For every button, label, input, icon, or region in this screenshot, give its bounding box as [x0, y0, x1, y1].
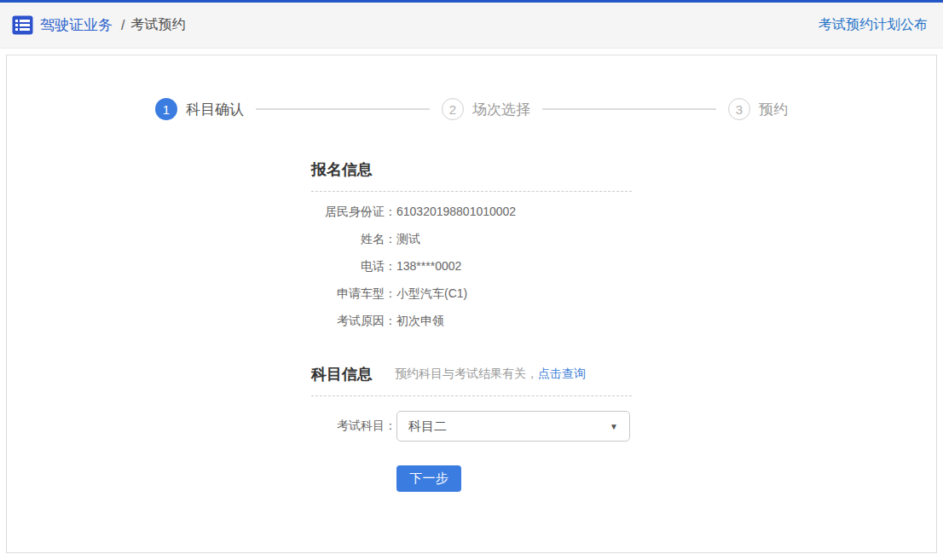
breadcrumb-section-link[interactable]: 驾驶证业务 [40, 15, 113, 35]
breadcrumb-separator: / [121, 18, 124, 33]
step-1-label: 科目确认 [186, 100, 244, 119]
step-2-session-select: 2 场次选择 [442, 98, 530, 120]
registration-fields: 居民身份证： 610320198801010002 姓名： 测试 电话： 138… [311, 205, 632, 328]
field-row-name: 姓名： 测试 [311, 232, 632, 246]
field-label: 姓名： [311, 232, 396, 246]
field-value: 初次申领 [396, 314, 444, 328]
stepper: 1 科目确认 2 场次选择 3 预约 [155, 98, 788, 120]
subject-title: 科目信息 [311, 364, 373, 384]
exam-subject-selected-value: 科目二 [408, 419, 447, 435]
main-panel: 1 科目确认 2 场次选择 3 预约 报名信息 居民身份证： 610320198… [6, 55, 937, 553]
step-1-subject-confirm: 1 科目确认 [155, 98, 244, 120]
next-step-button[interactable]: 下一步 [396, 465, 461, 492]
exam-plan-link[interactable]: 考试预约计划公布 [819, 16, 928, 34]
field-label: 居民身份证： [311, 205, 396, 219]
field-value: 小型汽车(C1) [396, 286, 467, 301]
field-value: 测试 [396, 232, 420, 246]
exam-subject-label: 考试科目： [311, 419, 396, 434]
field-row-exam-reason: 考试原因： 初次申领 [311, 314, 632, 328]
step-2-label: 场次选择 [472, 100, 530, 119]
step-2-circle: 2 [442, 98, 464, 120]
field-row-id-number: 居民身份证： 610320198801010002 [311, 205, 632, 219]
step-3-reserve: 3 预约 [728, 98, 788, 120]
subject-section-header: 科目信息 预约科目与考试结果有关， 点击查询 [311, 364, 632, 396]
field-value: 138****0002 [396, 259, 461, 274]
subject-section: 科目信息 预约科目与考试结果有关， 点击查询 考试科目： 科目二 ▼ 下一步 [311, 364, 632, 492]
step-connector [542, 108, 716, 110]
exam-subject-row: 考试科目： 科目二 ▼ [311, 411, 632, 442]
exam-subject-select[interactable]: 科目二 ▼ [396, 411, 630, 442]
step-3-circle: 3 [728, 98, 750, 120]
field-row-vehicle-type: 申请车型： 小型汽车(C1) [311, 286, 632, 301]
breadcrumb: 驾驶证业务 / 考试预约 [12, 14, 185, 36]
list-icon [12, 14, 33, 36]
field-label: 考试原因： [311, 314, 396, 328]
registration-section: 报名信息 居民身份证： 610320198801010002 姓名： 测试 电话… [311, 159, 632, 328]
subject-note: 预约科目与考试结果有关， [395, 367, 538, 382]
header: 驾驶证业务 / 考试预约 考试预约计划公布 [0, 0, 943, 49]
field-label: 申请车型： [311, 286, 396, 301]
breadcrumb-current-page: 考试预约 [130, 16, 185, 34]
field-value: 610320198801010002 [396, 205, 516, 219]
dropdown-arrow-icon: ▼ [610, 422, 618, 431]
content-column: 报名信息 居民身份证： 610320198801010002 姓名： 测试 电话… [311, 159, 632, 492]
registration-title: 报名信息 [311, 159, 373, 180]
field-row-phone: 电话： 138****0002 [311, 259, 632, 274]
step-3-label: 预约 [759, 100, 788, 119]
field-label: 电话： [311, 259, 396, 274]
step-connector [256, 108, 430, 110]
registration-section-header: 报名信息 [311, 159, 632, 192]
query-result-link[interactable]: 点击查询 [538, 367, 586, 382]
step-1-circle: 1 [155, 98, 177, 120]
